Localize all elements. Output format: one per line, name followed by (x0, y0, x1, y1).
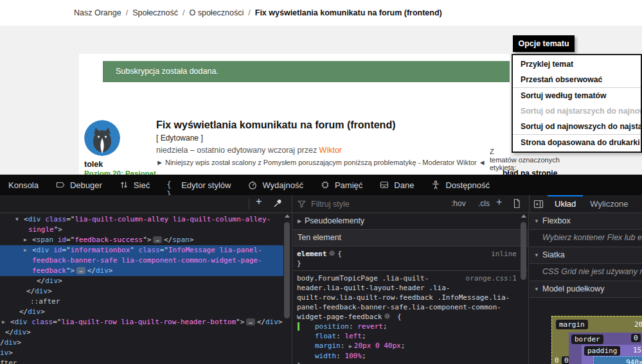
breadcrumb-item[interactable]: Nasz Orange (74, 8, 121, 17)
property-name: width (315, 352, 336, 360)
css-declaration[interactable]: float: left; (297, 331, 524, 341)
grid-section-header[interactable]: ▼ Siatka (530, 247, 642, 264)
accessibility-icon (431, 180, 441, 190)
scroll-up-icon[interactable] (521, 214, 526, 218)
twisty-icon[interactable]: ▼ (15, 216, 19, 223)
devtools-tab[interactable]: Dostępność (422, 175, 498, 195)
box-model-margin[interactable]: margin 20 0 0 15 border 0 padding 15 940… (551, 316, 642, 364)
twisty-icon[interactable]: ▶ (24, 247, 27, 254)
add-rule-button[interactable]: + (496, 196, 502, 208)
devtools-tab-label: Sieć (134, 180, 150, 190)
menu-item[interactable]: Sortuj od najnowszych do najstarszych (513, 119, 641, 134)
pane-toggle-icon[interactable] (533, 199, 544, 209)
markup-line[interactable]: iv> (0, 348, 283, 358)
border-top-value[interactable]: 0 (631, 334, 641, 342)
devtools-tab[interactable]: Wydajność (239, 175, 311, 195)
twisty-icon[interactable]: ▶ (298, 218, 301, 225)
devtools-tab[interactable]: Pamięć (312, 175, 371, 195)
post-edited-flag: [ Edytowane ] (156, 134, 203, 143)
stylesheet-link[interactable]: orange.css:1 (466, 274, 517, 282)
ellipsis-badge[interactable]: … (246, 318, 254, 325)
avatar[interactable] (84, 120, 120, 156)
add-node-button[interactable]: + (256, 196, 262, 207)
devtools-tab[interactable]: { }Edytor stylów (158, 175, 239, 195)
breadcrumb-item[interactable]: Społeczność (132, 8, 178, 17)
devtools-tab[interactable]: Dane (371, 175, 422, 195)
print-simulation-icon[interactable] (512, 198, 522, 209)
property-name: margin (315, 342, 341, 350)
css-declaration[interactable]: position: revert; (297, 322, 524, 331)
devtools-tab[interactable]: Sieć (111, 175, 158, 195)
markup-line[interactable]: ▶<div id="informationbox" class="InfoMes… (0, 245, 283, 256)
memory-icon (320, 180, 330, 190)
post-author[interactable]: tolek (84, 160, 103, 169)
devtools-tab[interactable]: Konsola (0, 175, 47, 195)
menu-item[interactable]: Sortuj według tematów (513, 87, 641, 103)
property-value: 100% (344, 352, 362, 360)
class-toggle[interactable]: .cls (478, 199, 490, 208)
markup-line[interactable]: /div> (0, 338, 283, 348)
menu-item[interactable]: Przestań obserwować (513, 72, 641, 87)
rules-scrollbar[interactable] (519, 213, 528, 364)
markup-line[interactable]: feedback-banner-safe lia-component-commo… (0, 256, 283, 266)
menu-item: Sortuj od najstarszych do najnowszych (513, 103, 641, 119)
scroll-up-icon[interactable] (285, 214, 290, 218)
breadcrumb-item[interactable]: O społeczności (190, 8, 244, 17)
twisty-icon[interactable]: ▼ (534, 218, 539, 225)
box-model-border[interactable]: border 0 padding 15 940× (569, 333, 642, 364)
twisty-icon[interactable]: ▶ (24, 237, 27, 243)
markup-line[interactable]: single"> (0, 225, 283, 235)
margin-top-value[interactable]: 20 (634, 320, 642, 329)
selector-line: widget-page-feedback { (297, 312, 524, 322)
element-inline-rule[interactable]: element{ } inline (293, 247, 528, 271)
sidebar-tab[interactable]: Wyliczone (583, 195, 635, 213)
markup-line[interactable]: ::after (0, 297, 283, 307)
gear-icon[interactable] (384, 313, 391, 320)
boxmodel-section-header[interactable]: ▼ Model pudełkowy (530, 281, 642, 298)
eyedropper-icon[interactable] (272, 198, 283, 209)
menu-item[interactable]: Strona dopasowana do drukarki (513, 134, 641, 150)
breadcrumb-separator: / (183, 8, 184, 17)
border-label: border (571, 334, 603, 344)
markup-line[interactable]: </div> (0, 286, 283, 297)
sidebar-tab[interactable]: L (635, 195, 642, 213)
css-declaration[interactable]: margin: ▶20px 0 40px; (297, 341, 524, 351)
twisty-icon[interactable]: ▶ (2, 319, 5, 325)
scrollbar-thumb[interactable] (521, 222, 526, 280)
menu-item[interactable]: Przyklej temat (513, 56, 641, 72)
scrollbar-thumb[interactable] (284, 222, 290, 318)
markup-line[interactable]: ▶<span id="feedback-success">…</span> (0, 235, 283, 245)
twisty-icon[interactable]: ▼ (534, 252, 539, 259)
filter-styles-input[interactable] (310, 196, 434, 212)
markup-line[interactable]: ▶<div class="lia-quilt-row lia-quilt-row… (0, 317, 283, 327)
padding-top-value[interactable]: 15 (633, 346, 641, 354)
expand-shorthand-icon[interactable]: ▶ (349, 343, 352, 349)
post-editor-link[interactable]: Wiktor (319, 146, 342, 155)
main-css-rule[interactable]: orange.css:1 body.ForumTopicPage .lia-qu… (293, 271, 528, 364)
brace-open: { (337, 250, 342, 258)
content-size-value: 940× (626, 358, 642, 364)
flexbox-section-header[interactable]: ▼ Flexbox (530, 213, 642, 230)
markup-line[interactable]: </div> (0, 307, 283, 317)
markup-line[interactable]: fter (0, 358, 283, 364)
topic-options-button[interactable]: Opcje tematu (513, 35, 575, 52)
markup-line[interactable]: </div> (0, 327, 283, 338)
pseudo-class-toggle[interactable]: :hov (451, 199, 466, 208)
pseudoelements-section[interactable]: ▶ Pseudoelementy (293, 213, 528, 230)
markup-line[interactable]: feedback">…</div> (0, 266, 283, 276)
devtools-tab[interactable]: Debuger (47, 175, 111, 195)
markup-line[interactable]: </div> (0, 276, 283, 286)
sidebar-tab[interactable]: Układ (548, 195, 583, 213)
gear-icon[interactable] (328, 250, 335, 257)
ellipsis-badge[interactable]: … (153, 236, 161, 243)
box-model-content[interactable]: 940× (593, 356, 642, 364)
twisty-icon[interactable]: ▼ (534, 286, 539, 293)
markup-line[interactable]: ▼<div class="lia-quilt-column-alley lia-… (0, 214, 283, 225)
markup-scrollbar[interactable] (283, 213, 291, 364)
css-declaration[interactable]: width: 100%; (297, 351, 524, 361)
box-model-padding[interactable]: padding 15 940× (582, 345, 642, 364)
margin-left-value[interactable]: 0 (555, 356, 559, 364)
selector-line: panel-feedback-banner-safe.lia-component… (297, 302, 524, 312)
devtools-tabbar: KonsolaDebugerSieć{ }Edytor stylówWydajn… (0, 175, 642, 196)
ellipsis-badge[interactable]: … (76, 267, 85, 274)
